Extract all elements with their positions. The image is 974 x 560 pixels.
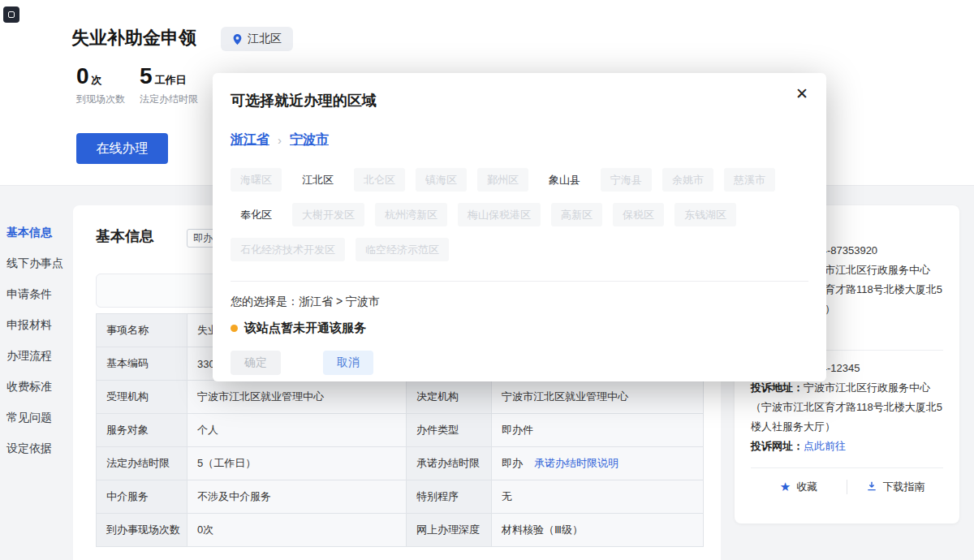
region-button[interactable]: 临空经济示范区 <box>356 238 449 261</box>
complaint-url-line: 投诉网址：点此前往 <box>751 437 943 456</box>
inline-link[interactable]: 承诺办结时限说明 <box>534 457 618 469</box>
field-label: 事项名称 <box>97 314 187 347</box>
chevron-right-icon: › <box>278 133 282 147</box>
warning-dot-icon <box>231 325 238 332</box>
stat-value: 5 <box>140 63 153 89</box>
page: 失业补助金申领 江北区 0 次 到现场次数 5 工作日 法定办结时限 在线办理 … <box>0 0 974 560</box>
field-label: 承诺办结时限 <box>407 447 492 480</box>
field-label: 基本编码 <box>97 347 187 381</box>
breadcrumb-city[interactable]: 宁波市 <box>290 131 329 149</box>
region-button[interactable]: 海曙区 <box>231 168 282 192</box>
page-title: 失业补助金申领 <box>71 26 196 50</box>
selection-summary: 您的选择是：浙江省 > 宁波市 <box>231 295 808 309</box>
region-button[interactable]: 高新区 <box>551 203 602 226</box>
favorite-button[interactable]: ★ 收藏 <box>751 480 847 494</box>
table-row: 中介服务不涉及中介服务特别程序无 <box>97 480 704 514</box>
region-button[interactable]: 象山县 <box>539 168 590 192</box>
field-value: 无 <box>492 480 704 514</box>
app-corner-icon[interactable] <box>3 6 19 23</box>
region-button[interactable]: 鄞州区 <box>477 168 528 192</box>
online-apply-button[interactable]: 在线办理 <box>76 133 168 164</box>
table-row: 法定办结时限5（工作日）承诺办结时限即办承诺办结时限说明 <box>97 447 704 480</box>
complaint-address-label: 投诉地址： <box>751 381 804 394</box>
location-pin-icon <box>232 33 243 45</box>
region-button[interactable]: 宁海县 <box>601 168 652 192</box>
region-button[interactable]: 江北区 <box>292 168 343 192</box>
selection-label: 您的选择是： <box>231 295 299 308</box>
divider <box>751 467 943 468</box>
table-row: 受理机构宁波市江北区就业管理中心决定机构宁波市江北区就业管理中心 <box>97 381 704 414</box>
field-value: 个人 <box>187 414 407 447</box>
location-selector[interactable]: 江北区 <box>221 27 293 51</box>
region-button[interactable]: 石化经济技术开发区 <box>231 238 345 261</box>
field-value: 宁波市江北区就业管理中心 <box>492 381 704 414</box>
confirm-button[interactable]: 确定 <box>231 351 281 375</box>
complaint-url-label: 投诉网址： <box>751 440 804 452</box>
field-label: 特别程序 <box>407 480 492 514</box>
complaint-address-line: 投诉地址：宁波市江北区行政服务中心（宁波市江北区育才路118号北楼大厦北5楼人社… <box>751 378 943 437</box>
region-button[interactable]: 余姚市 <box>662 168 713 192</box>
region-select-modal: 可选择就近办理的区域 ✕ 浙江省 › 宁波市 海曙区江北区北仑区镇海区鄞州区象山… <box>213 73 826 381</box>
cancel-button[interactable]: 取消 <box>323 351 373 375</box>
region-button[interactable]: 镇海区 <box>416 168 467 192</box>
field-value: 即办件 <box>492 414 704 447</box>
modal-title: 可选择就近办理的区域 <box>231 91 808 110</box>
region-button[interactable]: 慈溪市 <box>724 168 775 192</box>
stat-deadline: 5 工作日 法定办结时限 <box>140 63 198 106</box>
sidebar-item[interactable]: 收费标准 <box>0 371 71 402</box>
field-value: 不涉及中介服务 <box>187 480 407 514</box>
breadcrumb-province[interactable]: 浙江省 <box>231 131 269 149</box>
field-value: 即办承诺办结时限说明 <box>492 447 704 480</box>
anchor-nav: 基本信息线下办事点申请条件申报材料办理流程收费标准常见问题设定依据 <box>0 217 71 463</box>
sidebar-item[interactable]: 申请条件 <box>0 278 71 309</box>
service-notice: 该站点暂未开通该服务 <box>231 321 808 336</box>
stat-unit: 次 <box>92 73 102 88</box>
field-label: 受理机构 <box>97 381 187 414</box>
field-value: 5（工作日） <box>187 447 407 480</box>
star-icon: ★ <box>780 480 791 494</box>
selection-value: 浙江省 > 宁波市 <box>299 295 380 308</box>
download-icon <box>866 480 877 494</box>
sidebar-item[interactable]: 设定依据 <box>0 433 71 463</box>
field-value: 0次 <box>187 514 407 547</box>
field-value: 宁波市江北区就业管理中心 <box>187 381 407 414</box>
sidebar-item[interactable]: 线下办事点 <box>0 248 71 278</box>
section-title: 基本信息 <box>96 226 154 246</box>
stat-label: 到现场次数 <box>76 93 125 106</box>
table-row: 到办事现场次数0次网上办理深度材料核验（Ⅲ级） <box>97 514 704 547</box>
field-label: 到办事现场次数 <box>97 514 187 547</box>
complaint-url-link[interactable]: 点此前往 <box>804 440 846 452</box>
sidebar-item[interactable]: 申报材料 <box>0 309 71 340</box>
region-button[interactable]: 北仑区 <box>354 168 405 192</box>
stat-visits: 0 次 到现场次数 <box>76 63 125 106</box>
sidebar-item[interactable]: 办理流程 <box>0 340 71 371</box>
modal-actions: 确定 取消 <box>231 351 808 375</box>
modal-divider <box>231 281 808 282</box>
close-icon[interactable]: ✕ <box>795 86 808 101</box>
region-button[interactable]: 奉化区 <box>231 203 282 226</box>
stat-unit: 工作日 <box>155 73 187 88</box>
sidebar-item[interactable]: 常见问题 <box>0 402 71 433</box>
field-label: 决定机构 <box>407 381 492 414</box>
breadcrumb: 浙江省 › 宁波市 <box>231 131 808 149</box>
field-label: 法定办结时限 <box>97 447 187 480</box>
download-label: 下载指南 <box>883 480 925 494</box>
sidebar-item[interactable]: 基本信息 <box>0 217 71 248</box>
region-button[interactable]: 保税区 <box>613 203 664 226</box>
region-button[interactable]: 东钱湖区 <box>674 203 736 226</box>
field-label: 网上办理深度 <box>407 514 492 547</box>
favorite-label: 收藏 <box>796 480 817 494</box>
region-grid: 海曙区江北区北仑区镇海区鄞州区象山县宁海县余姚市慈溪市奉化区大榭开发区杭州湾新区… <box>231 168 808 261</box>
table-row: 服务对象个人办件类型即办件 <box>97 414 704 447</box>
field-label: 中介服务 <box>97 480 187 514</box>
stat-value: 0 <box>76 63 89 89</box>
region-button[interactable]: 杭州湾新区 <box>375 203 447 226</box>
card-actions: ★ 收藏 下载指南 <box>751 480 943 494</box>
field-label: 办件类型 <box>407 414 492 447</box>
region-button[interactable]: 梅山保税港区 <box>458 203 541 226</box>
stat-label: 法定办结时限 <box>140 93 198 106</box>
notice-text: 该站点暂未开通该服务 <box>244 321 366 336</box>
region-button[interactable]: 大榭开发区 <box>292 203 364 226</box>
download-guide-button[interactable]: 下载指南 <box>847 480 943 494</box>
field-value: 材料核验（Ⅲ级） <box>492 514 704 547</box>
